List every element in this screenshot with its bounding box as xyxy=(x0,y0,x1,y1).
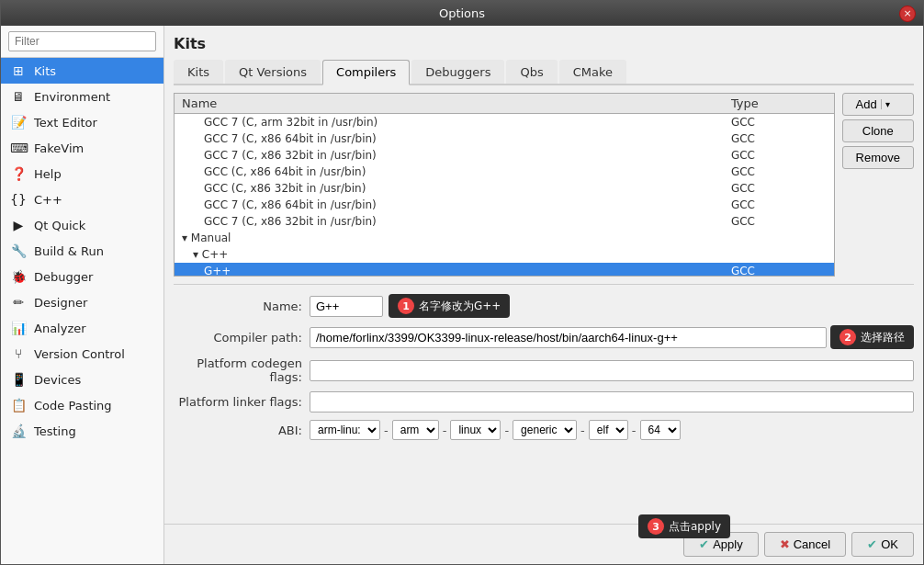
cancel-button[interactable]: ✖ Cancel xyxy=(764,532,846,557)
abi-select-2[interactable]: linux xyxy=(450,420,501,440)
sidebar-item-kits[interactable]: ⊞Kits xyxy=(1,58,163,84)
tab-cmake[interactable]: CMake xyxy=(559,60,626,84)
row-name: GCC 7 (C, x86 64bit in /usr/bin) xyxy=(175,197,724,213)
row-name: GCC 7 (C, x86 64bit in /usr/bin) xyxy=(175,130,724,147)
table-row[interactable]: GCC 7 (C, x86 64bit in /usr/bin)GCC xyxy=(175,197,834,213)
row-name: GCC (C, x86 32bit in /usr/bin) xyxy=(175,180,724,197)
table-row[interactable]: GCC 7 (C, x86 32bit in /usr/bin)GCC xyxy=(175,147,834,164)
abi-select-3[interactable]: generic xyxy=(513,420,577,440)
tab-debuggers[interactable]: Debuggers xyxy=(411,60,504,84)
abi-select-5[interactable]: 64 xyxy=(640,420,681,440)
filter-input[interactable] xyxy=(8,31,156,51)
options-window: Options × ⊞Kits🖥Environment📝Text Editor⌨… xyxy=(0,0,924,565)
table-row[interactable]: GCC 7 (C, x86 32bit in /usr/bin)GCC xyxy=(175,213,834,230)
sidebar-item-designer[interactable]: ✏Designer xyxy=(1,289,163,315)
apply-tip: 点击apply xyxy=(669,519,721,535)
abi-separator: - xyxy=(632,424,637,437)
sidebar-item-help[interactable]: ❓Help xyxy=(1,161,163,186)
abi-select-4[interactable]: elf xyxy=(589,420,628,440)
name-input[interactable] xyxy=(310,296,383,317)
sidebar-item-code-pasting[interactable]: 📋Code Pasting xyxy=(1,392,163,418)
row-name: ▾ C++ xyxy=(175,246,724,263)
tab-bar: KitsQt VersionsCompilersDebuggersQbsCMak… xyxy=(174,60,914,85)
ok-check-icon: ✔ xyxy=(867,537,877,551)
sidebar-label-testing: Testing xyxy=(34,424,76,438)
remove-button[interactable]: Remove xyxy=(842,146,914,169)
row-name: GCC (C, x86 64bit in /usr/bin) xyxy=(175,164,724,180)
row-name: GCC 7 (C, x86 32bit in /usr/bin) xyxy=(175,147,724,164)
sidebar-item-testing[interactable]: 🔬Testing xyxy=(1,418,163,444)
abi-row: ABI: arm-linu:-arm-linux-generic-elf-64 xyxy=(174,420,914,440)
compiler-table: Name Type GCC 7 (C, arm 32bit in /usr/bi… xyxy=(175,94,834,277)
sidebar: ⊞Kits🖥Environment📝Text Editor⌨FakeVim❓He… xyxy=(1,26,164,564)
compiler-buttons: Add ▾ Clone Remove xyxy=(842,93,914,277)
sidebar-label-designer: Designer xyxy=(34,296,87,310)
sidebar-label-kits: Kits xyxy=(34,64,56,78)
sidebar-item-version-control[interactable]: ⑂Version Control xyxy=(1,341,163,367)
sidebar-item-debugger[interactable]: 🐞Debugger xyxy=(1,264,163,289)
tab-compilers[interactable]: Compilers xyxy=(322,60,410,85)
apply-annotation: 3 点击apply xyxy=(638,514,730,538)
name-field-wrap: 1 名字修改为G++ xyxy=(310,294,510,318)
sidebar-item-build-run[interactable]: 🔧Build & Run xyxy=(1,238,163,264)
sidebar-icon-designer: ✏ xyxy=(10,295,27,310)
sidebar-filter-wrap xyxy=(1,26,163,58)
row-type: GCC xyxy=(724,213,834,230)
form-area: Name: 1 名字修改为G++ Compiler path: xyxy=(174,284,914,447)
row-name: GCC 7 (C, x86 32bit in /usr/bin) xyxy=(175,213,724,230)
sidebar-items: ⊞Kits🖥Environment📝Text Editor⌨FakeVim❓He… xyxy=(1,58,163,444)
sidebar-item-analyzer[interactable]: 📊Analyzer xyxy=(1,315,163,341)
name-label: Name: xyxy=(174,299,302,313)
sidebar-item-cpp[interactable]: {}C++ xyxy=(1,186,163,212)
ok-button[interactable]: ✔ OK xyxy=(851,532,914,557)
row-name: GCC 7 (C, arm 32bit in /usr/bin) xyxy=(175,114,724,131)
sidebar-icon-analyzer: 📊 xyxy=(10,321,27,335)
table-row[interactable]: GCC (C, x86 64bit in /usr/bin)GCC xyxy=(175,164,834,180)
row-type: GCC xyxy=(724,263,834,277)
sidebar-item-text-editor[interactable]: 📝Text Editor xyxy=(1,109,163,135)
sidebar-label-devices: Devices xyxy=(34,373,81,387)
abi-select-1[interactable]: arm xyxy=(392,420,439,440)
abi-select-0[interactable]: arm-linu: xyxy=(310,420,380,440)
tab-qbs[interactable]: Qbs xyxy=(506,60,557,84)
row-type: GCC xyxy=(724,130,834,147)
table-row[interactable]: ▾ C++ xyxy=(175,246,834,263)
name-badge: 1 xyxy=(398,298,414,314)
sidebar-item-qt-quick[interactable]: ▶Qt Quick xyxy=(1,212,163,238)
compiler-list-area: Name Type GCC 7 (C, arm 32bit in /usr/bi… xyxy=(174,93,914,277)
abi-selects: arm-linu:-arm-linux-generic-elf-64 xyxy=(310,420,681,440)
path-badge: 2 xyxy=(839,329,856,345)
sidebar-item-devices[interactable]: 📱Devices xyxy=(1,367,163,392)
platform-codegen-input[interactable] xyxy=(310,360,914,381)
tab-qt-versions[interactable]: Qt Versions xyxy=(225,60,321,84)
compiler-path-input[interactable] xyxy=(310,327,827,348)
platform-linker-input[interactable] xyxy=(310,391,914,412)
path-row-wrap: 2 选择路径 xyxy=(310,325,914,349)
sidebar-item-fakevim[interactable]: ⌨FakeVim xyxy=(1,135,163,161)
compiler-path-row: Compiler path: 2 选择路径 xyxy=(174,325,914,349)
sidebar-icon-fakevim: ⌨ xyxy=(10,141,27,155)
table-row[interactable]: GCC 7 (C, arm 32bit in /usr/bin)GCC xyxy=(175,114,834,131)
bottom-section: 3 点击apply ✔ Apply ✖ Cancel ✔ OK xyxy=(164,524,923,564)
add-dropdown-arrow[interactable]: ▾ xyxy=(881,99,890,109)
tab-kits[interactable]: Kits xyxy=(174,60,223,84)
add-button[interactable]: Add ▾ xyxy=(842,93,914,116)
clone-button[interactable]: Clone xyxy=(842,119,914,142)
row-type: GCC xyxy=(724,164,834,180)
row-name: ▾ Manual xyxy=(175,230,724,246)
sidebar-label-version-control: Version Control xyxy=(34,347,125,361)
apply-check-icon: ✔ xyxy=(699,537,709,551)
sidebar-item-environment[interactable]: 🖥Environment xyxy=(1,84,163,109)
table-row[interactable]: GCC (C, x86 32bit in /usr/bin)GCC xyxy=(175,180,834,197)
table-row[interactable]: GCC 7 (C, x86 64bit in /usr/bin)GCC xyxy=(175,130,834,147)
table-row[interactable]: G++GCC xyxy=(175,263,834,277)
compiler-path-label: Compiler path: xyxy=(174,331,302,345)
platform-codegen-label: Platform codegen flags: xyxy=(174,356,302,384)
table-row[interactable]: ▾ Manual xyxy=(175,230,834,246)
close-button[interactable]: × xyxy=(899,6,916,22)
sidebar-label-build-run: Build & Run xyxy=(34,244,104,258)
sidebar-label-environment: Environment xyxy=(34,90,110,104)
apply-annotation-bubble: 3 点击apply xyxy=(638,514,730,538)
row-type: GCC xyxy=(724,197,834,213)
bottom-bar: ✔ Apply ✖ Cancel ✔ OK xyxy=(164,524,923,564)
